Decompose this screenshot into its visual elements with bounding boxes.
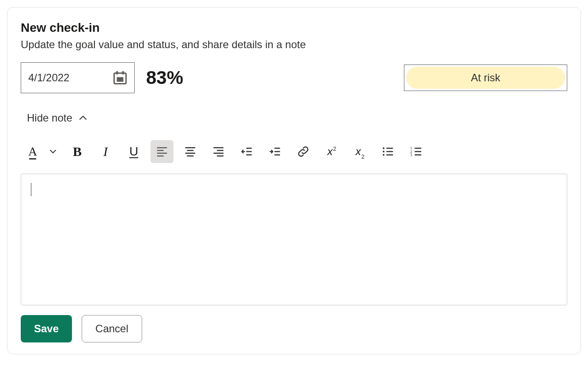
outdent-button[interactable] [235,140,258,163]
svg-point-24 [383,154,384,156]
subscript-icon: x [355,145,364,158]
dialog-subtitle: Update the goal value and status, and sh… [21,38,567,51]
svg-point-23 [383,151,384,152]
dialog-actions: Save Cancel [21,315,567,342]
status-picker[interactable]: At risk [404,65,567,91]
goal-value: 83% [146,67,183,88]
outdent-icon [240,145,253,158]
superscript-icon: x [327,145,335,158]
font-color-icon: A [28,145,37,158]
align-left-icon [155,145,169,158]
toggle-note-button[interactable]: Hide note [27,112,87,124]
link-icon [296,144,310,159]
align-right-icon [212,145,225,158]
note-editor[interactable] [21,174,567,305]
bulleted-list-button[interactable] [377,140,400,163]
underline-button[interactable]: U [122,140,145,163]
link-button[interactable] [292,140,315,163]
svg-rect-1 [117,77,124,82]
status-label: At risk [471,72,501,84]
italic-button[interactable]: I [94,140,117,163]
indent-icon [268,145,282,158]
calendar-icon [111,69,129,87]
svg-text:3: 3 [410,152,412,157]
input-row: 4/1/2022 83% At risk [21,62,567,93]
indent-button[interactable] [264,140,286,163]
subscript-button[interactable]: x [348,140,371,163]
editor-toolbar: A B I U [25,140,567,163]
svg-rect-2 [116,71,118,75]
numbered-list-button[interactable]: 1 2 3 [405,140,428,163]
underline-icon: U [129,144,138,159]
cancel-button[interactable]: Cancel [82,315,142,342]
date-value: 4/1/2022 [28,72,69,84]
align-left-button[interactable] [151,140,173,163]
chevron-down-icon [49,148,57,155]
save-button[interactable]: Save [21,315,72,342]
text-caret [31,183,31,196]
font-color-button[interactable]: A [25,140,40,163]
align-center-icon [184,145,197,158]
numbered-list-icon: 1 2 3 [410,145,423,158]
font-color-menu-button[interactable] [45,140,60,163]
dialog-title: New check-in [21,21,567,35]
check-in-card: New check-in Update the goal value and s… [7,7,581,354]
align-center-button[interactable] [179,140,202,163]
bulleted-list-icon [381,145,395,158]
align-right-button[interactable] [207,140,230,163]
toggle-note-label: Hide note [27,112,72,124]
svg-rect-3 [122,71,124,75]
italic-icon: I [103,144,108,159]
bold-button[interactable]: B [66,140,89,163]
date-picker[interactable]: 4/1/2022 [21,62,135,93]
superscript-button[interactable]: x [320,140,343,163]
bold-icon: B [73,144,82,159]
chevron-up-icon [79,114,87,122]
status-pill: At risk [406,67,565,89]
svg-point-22 [383,148,384,149]
